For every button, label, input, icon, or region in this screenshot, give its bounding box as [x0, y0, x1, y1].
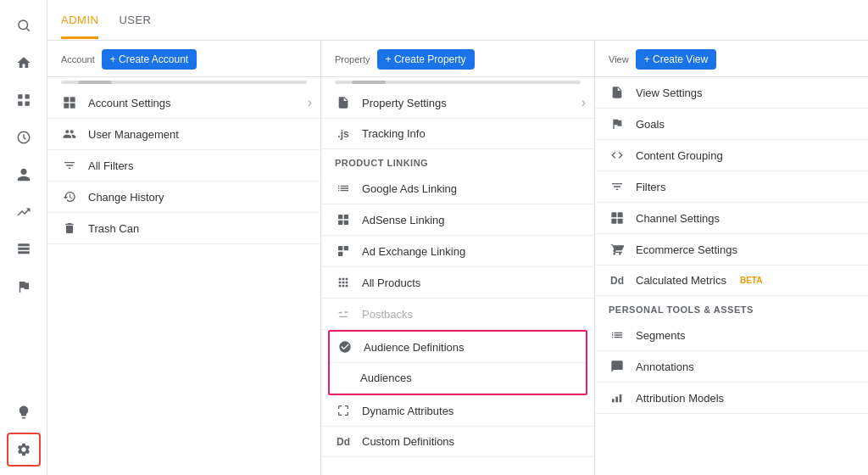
property-header: Property + Create Property [321, 41, 594, 77]
custom-definitions-label: Custom Definitions [362, 435, 454, 448]
property-column: Property + Create Property Property Sett… [321, 41, 595, 475]
ecommerce-settings-label: Ecommerce Settings [636, 243, 737, 256]
svg-rect-16 [344, 246, 348, 250]
user-management-label: User Management [88, 128, 179, 141]
person-icon[interactable] [7, 158, 41, 192]
account-settings-item[interactable]: Account Settings › [47, 87, 320, 119]
svg-rect-19 [618, 212, 623, 217]
all-filters-item[interactable]: All Filters [47, 150, 320, 182]
trash-can-label: Trash Can [88, 222, 139, 235]
goals-label: Goals [636, 118, 665, 131]
postbacks-item[interactable]: Postbacks [321, 299, 594, 330]
svg-rect-13 [338, 221, 342, 225]
svg-rect-7 [64, 97, 69, 102]
svg-point-0 [19, 20, 28, 30]
view-filters-item[interactable]: Filters [595, 171, 868, 203]
audience-definitions-label: Audience Definitions [364, 341, 465, 354]
flag-icon[interactable] [7, 270, 41, 304]
svg-rect-18 [611, 212, 616, 217]
content-grouping-item[interactable]: Content Grouping [595, 140, 868, 171]
calculated-metrics-label: Calculated Metrics [636, 274, 726, 287]
all-filters-label: All Filters [88, 159, 133, 172]
property-settings-item[interactable]: Property Settings › [321, 87, 594, 119]
dashboard-icon[interactable] [7, 83, 41, 117]
svg-rect-17 [338, 252, 342, 256]
home-icon[interactable] [7, 46, 41, 80]
view-settings-icon [609, 86, 626, 99]
annotations-icon [609, 360, 626, 373]
user-management-item[interactable]: User Management [47, 119, 320, 150]
clock-icon[interactable] [7, 120, 41, 154]
svg-rect-9 [64, 103, 69, 109]
google-ads-icon [335, 182, 352, 195]
view-settings-item[interactable]: View Settings [595, 77, 868, 109]
account-settings-label: Account Settings [88, 97, 171, 109]
svg-rect-11 [338, 215, 342, 219]
main-content: ADMIN USER Account + Create Account Acco… [47, 0, 868, 475]
adsense-label: AdSense Linking [362, 214, 445, 226]
dynamic-attributes-item[interactable]: Dynamic Attributes [321, 395, 594, 427]
tracking-info-label: Tracking Info [362, 127, 426, 140]
account-settings-icon [61, 96, 78, 109]
adsense-item[interactable]: AdSense Linking [321, 204, 594, 236]
svg-rect-2 [18, 94, 22, 98]
svg-rect-20 [611, 219, 616, 224]
google-ads-item[interactable]: Google Ads Linking [321, 173, 594, 204]
all-products-label: All Products [362, 277, 420, 289]
segments-label: Segments [636, 329, 686, 342]
change-history-item[interactable]: Change History [47, 182, 320, 213]
view-settings-label: View Settings [636, 87, 703, 99]
audience-definitions-icon [337, 340, 353, 354]
channel-settings-item[interactable]: Channel Settings [595, 203, 868, 234]
postbacks-icon [335, 307, 352, 321]
svg-rect-3 [25, 94, 29, 98]
tab-admin[interactable]: ADMIN [61, 2, 98, 39]
ad-exchange-label: Ad Exchange Linking [362, 245, 465, 258]
lightbulb-icon[interactable] [7, 395, 41, 429]
adsense-icon [335, 213, 352, 226]
beta-badge: BETA [740, 276, 762, 285]
svg-rect-8 [70, 97, 75, 102]
svg-rect-5 [18, 102, 22, 106]
audience-definitions-item[interactable]: Audience Definitions [330, 332, 586, 363]
all-products-item[interactable]: All Products [321, 267, 594, 299]
trash-can-item[interactable]: Trash Can [47, 213, 320, 244]
svg-rect-12 [344, 215, 348, 219]
annotations-label: Annotations [636, 360, 694, 373]
create-property-button[interactable]: + Create Property [377, 49, 475, 70]
audience-definitions-group: Audience Definitions Audiences [328, 330, 587, 395]
custom-definitions-icon: Dd [335, 436, 352, 448]
postbacks-label: Postbacks [362, 308, 413, 321]
svg-rect-22 [612, 399, 615, 402]
attribution-models-item[interactable]: Attribution Models [595, 383, 868, 414]
analytics-icon[interactable] [7, 195, 41, 229]
ad-exchange-item[interactable]: Ad Exchange Linking [321, 236, 594, 267]
property-settings-label: Property Settings [362, 97, 447, 109]
table-icon[interactable] [7, 232, 41, 266]
property-label: Property [335, 54, 370, 64]
search-icon[interactable] [7, 8, 41, 42]
tracking-info-item[interactable]: .js Tracking Info [321, 119, 594, 149]
view-header: View + Create View [595, 41, 868, 77]
account-label: Account [61, 54, 95, 64]
content-grouping-icon [609, 148, 626, 162]
ecommerce-settings-item[interactable]: Ecommerce Settings [595, 234, 868, 265]
account-column: Account + Create Account Account Setting… [47, 41, 321, 475]
view-filters-icon [609, 180, 626, 193]
tab-user[interactable]: USER [119, 2, 151, 39]
account-header: Account + Create Account [47, 41, 320, 77]
goals-item[interactable]: Goals [595, 109, 868, 140]
create-account-button[interactable]: + Create Account [102, 49, 197, 70]
segments-item[interactable]: Segments [595, 320, 868, 351]
audiences-item[interactable]: Audiences [330, 363, 586, 394]
custom-definitions-item[interactable]: Dd Custom Definitions [321, 427, 594, 457]
create-view-button[interactable]: + Create View [636, 49, 717, 70]
property-settings-arrow: › [581, 95, 586, 110]
view-label: View [609, 54, 629, 64]
all-products-icon [335, 276, 352, 289]
annotations-item[interactable]: Annotations [595, 351, 868, 383]
view-filters-label: Filters [636, 181, 665, 193]
view-column: View + Create View View Settings Goals [595, 41, 868, 475]
calculated-metrics-item[interactable]: Dd Calculated Metrics BETA [595, 265, 868, 296]
gear-icon[interactable] [7, 433, 41, 467]
